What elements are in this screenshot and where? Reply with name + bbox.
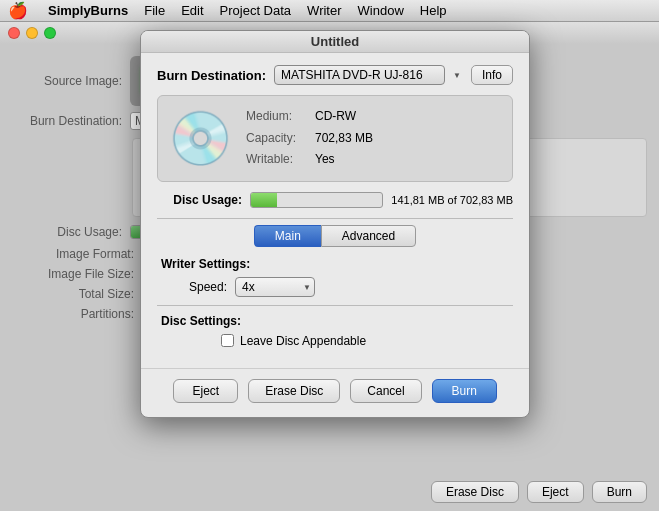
speed-label: Speed:: [177, 280, 227, 294]
disc-usage-row: Disc Usage: 141,81 MB of 702,83 MB: [157, 192, 513, 208]
edit-menu[interactable]: Edit: [181, 3, 203, 18]
close-button-bg[interactable]: [8, 27, 20, 39]
writer-settings-title: Writer Settings:: [161, 257, 509, 271]
capacity-label: Capacity:: [246, 128, 311, 150]
burn-destination-select[interactable]: MATSHITA DVD-R UJ-816: [274, 65, 445, 85]
bg-partitions-label: Partitions:: [24, 307, 134, 321]
burn-dialog: Untitled Burn Destination: MATSHITA DVD-…: [140, 30, 530, 418]
bg-image-format-label: Image Format:: [24, 247, 134, 261]
erase-disc-button[interactable]: Erase Disc: [248, 379, 340, 403]
cd-icon: 💿: [170, 108, 230, 168]
settings-divider: [157, 305, 513, 306]
writable-label: Writable:: [246, 149, 311, 171]
disc-details: Medium: CD-RW Capacity: 702,83 MB Writab…: [246, 106, 373, 171]
disc-usage-text: 141,81 MB of 702,83 MB: [391, 194, 513, 206]
eject-button[interactable]: Eject: [173, 379, 238, 403]
bg-source-label: Source Image:: [12, 74, 122, 88]
maximize-button-bg[interactable]: [44, 27, 56, 39]
burn-button[interactable]: Burn: [432, 379, 497, 403]
bg-burn-button[interactable]: Burn: [592, 481, 647, 503]
file-menu[interactable]: File: [144, 3, 165, 18]
burn-destination-row: Burn Destination: MATSHITA DVD-R UJ-816 …: [157, 65, 513, 85]
cancel-button[interactable]: Cancel: [350, 379, 421, 403]
divider-1: [157, 218, 513, 219]
window-menu[interactable]: Window: [358, 3, 404, 18]
tab-main[interactable]: Main: [254, 225, 321, 247]
burn-destination-label: Burn Destination:: [157, 68, 266, 83]
disc-usage-label: Disc Usage:: [157, 193, 242, 207]
apple-menu-icon[interactable]: 🍎: [8, 1, 28, 20]
leave-appendable-row: Leave Disc Appendable: [221, 334, 509, 348]
dialog-title: Untitled: [311, 34, 359, 49]
medium-value: CD-RW: [315, 106, 356, 128]
menubar: 🍎 SimplyBurns File Edit Project Data Wri…: [0, 0, 659, 22]
disc-usage-bar: [250, 192, 383, 208]
speed-select-wrap[interactable]: 1x2x4x8xMax: [235, 277, 315, 297]
tab-bar: Main Advanced: [157, 225, 513, 247]
tab-advanced[interactable]: Advanced: [321, 225, 416, 247]
minimize-button-bg[interactable]: [26, 27, 38, 39]
disc-settings-title: Disc Settings:: [161, 314, 509, 328]
bg-erase-disc-button[interactable]: Erase Disc: [431, 481, 519, 503]
medium-label: Medium:: [246, 106, 311, 128]
dialog-buttons: Eject Erase Disc Cancel Burn: [141, 368, 529, 417]
help-menu[interactable]: Help: [420, 3, 447, 18]
leave-appendable-checkbox[interactable]: [221, 334, 234, 347]
bg-image-file-size-label: Image File Size:: [24, 267, 134, 281]
speed-select[interactable]: 1x2x4x8xMax: [235, 277, 315, 297]
bg-bottom-buttons: Erase Disc Eject Burn: [431, 481, 647, 503]
writer-settings-section: Writer Settings: Speed: 1x2x4x8xMax: [157, 257, 513, 297]
project-data-menu[interactable]: Project Data: [220, 3, 292, 18]
app-name[interactable]: SimplyBurns: [48, 3, 128, 18]
speed-row: Speed: 1x2x4x8xMax: [161, 277, 509, 297]
disc-settings-section: Disc Settings: Leave Disc Appendable: [157, 314, 513, 348]
leave-appendable-label: Leave Disc Appendable: [240, 334, 366, 348]
capacity-value: 702,83 MB: [315, 128, 373, 150]
dialog-titlebar: Untitled: [141, 31, 529, 53]
writer-menu[interactable]: Writer: [307, 3, 341, 18]
info-button[interactable]: Info: [471, 65, 513, 85]
burn-destination-select-wrap[interactable]: MATSHITA DVD-R UJ-816: [274, 65, 465, 85]
writable-value: Yes: [315, 149, 335, 171]
bg-usage-label: Disc Usage:: [12, 225, 122, 239]
bg-burn-dest-label: Burn Destination:: [12, 114, 122, 128]
bg-total-size-label: Total Size:: [24, 287, 134, 301]
disc-usage-bar-fill: [251, 193, 277, 207]
disc-info-section: 💿 Medium: CD-RW Capacity: 702,83 MB Writ…: [157, 95, 513, 182]
bg-eject-button[interactable]: Eject: [527, 481, 584, 503]
